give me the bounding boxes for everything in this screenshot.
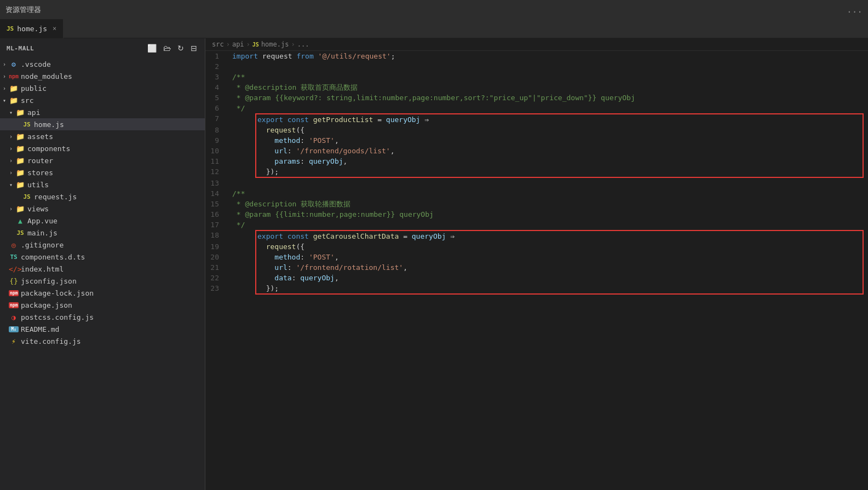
sidebar-item-views[interactable]: › 📁 views [0,203,205,215]
tree-arrow: ▾ [7,109,15,116]
folder-vscode-icon: ⚙ [9,60,19,68]
sidebar-item-README.md[interactable]: M↓ README.md [0,323,205,335]
sidebar-item-utils[interactable]: ▾ 📁 utils [0,178,205,191]
new-folder-icon[interactable]: 🗁 [162,43,172,54]
breadcrumb: src › api › JS home.js › ... [205,38,868,51]
json-icon: {} [9,277,19,285]
editor-area: src › api › JS home.js › ... 1 import re… [205,38,868,490]
tree-label: stores [27,169,53,177]
js-icon: JS [22,193,32,200]
breadcrumb-sep2: › [246,41,250,48]
tree-label: vite.config.js [21,337,81,345]
title-bar: 资源管理器 ... [0,0,868,19]
sidebar-item-.gitignore[interactable]: ◎ .gitignore [0,239,205,251]
folder-icon: 📁 [9,84,19,93]
code-line-20: 20 method: 'POST', [205,252,868,262]
code-line-10: 10 url: '/frontend/goods/list', [205,146,868,156]
sidebar-item-postcss.config.js[interactable]: ◑ postcss.config.js [0,311,205,323]
sidebar-item-package-lock.json[interactable]: npm package-lock.json [0,287,205,299]
code-line-7: 7 export const getProductList = queryObj… [205,113,868,125]
refresh-icon[interactable]: ↻ [176,43,185,54]
code-editor[interactable]: 1 import request from '@/utils/request';… [205,51,868,490]
sidebar-item-home.js[interactable]: JS home.js [0,118,205,130]
sidebar-item-components.d.ts[interactable]: TS components.d.ts [0,251,205,263]
tree-arrow: › [0,85,9,91]
sidebar-item-request.js[interactable]: JS request.js [0,191,205,203]
vite-icon: ⚡ [9,337,19,345]
breadcrumb-filename: home.js [261,41,289,48]
tab-close-icon[interactable]: × [53,25,56,32]
code-line-11: 11 params: queryObj, [205,156,868,166]
tree-label: utils [27,181,49,189]
tree-label: postcss.config.js [21,313,94,321]
line-content-9: method: 'POST', [255,135,864,146]
sidebar-item-node_modules[interactable]: › npm node_modules [0,70,205,82]
line-content-16: * @param {{limit:number,page:number}} qu… [230,209,868,220]
code-line-17: 17 */ [205,220,868,230]
line-number-10: 10 [205,146,230,156]
line-content-22: data: queryObj, [255,273,864,283]
code-line-16: 16 * @param {{limit:number,page:number}}… [205,209,868,220]
sidebar-item-App.vue[interactable]: ▲ App.vue [0,215,205,227]
tree-arrow: › [7,134,15,140]
code-container: 1 import request from '@/utils/request';… [205,51,868,404]
code-line-5: 5 * @param {{keyword?: string,limit:numb… [205,93,868,103]
tree-label: package-lock.json [21,289,94,297]
line-content-11: params: queryObj, [255,156,864,166]
tree-label: components [27,145,70,153]
sidebar-item-api[interactable]: ▾ 📁 api [0,106,205,118]
sidebar-item-main.js[interactable]: JS main.js [0,227,205,239]
git-icon: ◎ [9,241,19,249]
code-line-22: 22 data: queryObj, [205,273,868,283]
npm-icon: npm [9,290,19,296]
sidebar-item-src[interactable]: ▾ 📁 src [0,94,205,106]
folder-icon: 📁 [9,96,19,105]
line-content-10: url: '/frontend/goods/list', [255,146,864,156]
code-line-19: 19 request({ [205,241,868,252]
line-content-19: request({ [255,241,864,252]
tab-home-js[interactable]: JS home.js × [0,19,64,38]
line-number-23: 23 [205,283,230,293]
collapse-all-icon[interactable]: ⊟ [189,43,198,54]
line-number-17: 17 [205,220,230,230]
sidebar-item-router[interactable]: › 📁 router [0,154,205,166]
tree-label: App.vue [27,217,58,225]
code-line-14: 14 /** [205,188,868,199]
code-line-6: 6 */ [205,103,868,113]
sidebar-item-jsconfig.json[interactable]: {} jsconfig.json [0,275,205,287]
sidebar-item-assets[interactable]: › 📁 assets [0,130,205,142]
breadcrumb-sep1: › [226,41,230,48]
code-line-23: 23 }); [205,283,868,295]
sidebar-item-vscode[interactable]: › ⚙ .vscode [0,58,205,70]
tree-label: api [27,108,40,117]
tab-bar: JS home.js × [0,19,868,38]
sidebar-item-stores[interactable]: › 📁 stores [0,166,205,178]
line-number-16: 16 [205,209,230,220]
code-line-21: 21 url: '/frontend/rotation/list', [205,262,868,273]
folder-icon: 📁 [15,169,25,177]
sidebar-item-vite.config.js[interactable]: ⚡ vite.config.js [0,335,205,347]
sidebar-item-public[interactable]: › 📁 public [0,82,205,94]
postcss-icon: ◑ [9,313,19,321]
tree-label: views [27,205,49,213]
more-options-icon[interactable]: ... [847,4,863,15]
code-line-9: 9 method: 'POST', [205,135,868,146]
new-file-icon[interactable]: ⬜ [146,43,158,54]
tree-label: .gitignore [21,241,64,249]
file-tree: › ⚙ .vscode › npm node_modules › 📁 publi… [0,58,205,347]
folder-npm-icon: npm [9,73,19,79]
line-content-20: method: 'POST', [255,252,864,262]
code-line-15: 15 * @description 获取轮播图数据 [205,199,868,209]
sidebar-item-index.html[interactable]: </> index.html [0,263,205,275]
line-content-5: * @param {{keyword?: string,limit:number… [230,93,868,103]
npm-icon: npm [9,302,19,308]
tree-arrow: › [0,61,9,67]
sidebar-item-components[interactable]: › 📁 components [0,142,205,154]
md-icon: M↓ [9,326,19,332]
code-line-3: 3 /** [205,72,868,82]
code-line-4: 4 * @description 获取首页商品数据 [205,82,868,93]
sidebar-item-package.json[interactable]: npm package.json [0,299,205,311]
line-content-12: }); [255,166,864,178]
breadcrumb-src: src [212,41,224,48]
tree-label: request.js [34,193,77,201]
